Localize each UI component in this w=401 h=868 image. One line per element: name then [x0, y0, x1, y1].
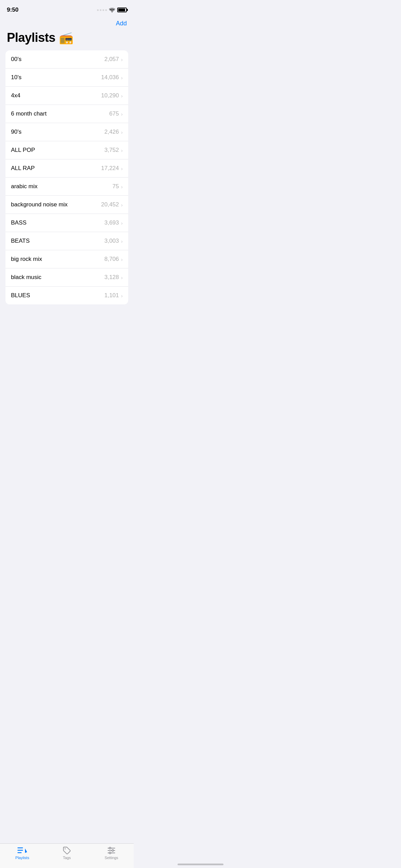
playlist-item-right: 17,224›: [101, 165, 123, 172]
playlist-item-right: 75›: [112, 183, 123, 190]
chevron-right-icon: ›: [121, 75, 123, 81]
playlist-name: arabic mix: [11, 183, 37, 190]
status-bar: 9:50: [0, 0, 134, 17]
chevron-right-icon: ›: [121, 256, 123, 262]
playlist-item-right: 10,290›: [101, 92, 123, 99]
chevron-right-icon: ›: [121, 293, 123, 299]
page-title-area: Playlists 📻: [0, 31, 134, 50]
playlist-item-right: 20,452›: [101, 201, 123, 208]
playlist-count: 14,036: [101, 74, 119, 81]
playlist-name: big rock mix: [11, 256, 42, 263]
playlist-name: BEATS: [11, 238, 29, 244]
playlist-item-right: 2,057›: [104, 56, 123, 63]
list-item[interactable]: ALL RAP17,224›: [5, 159, 128, 178]
playlist-item-right: 3,752›: [104, 147, 123, 154]
page-title: Playlists: [7, 31, 56, 45]
battery-icon: [117, 8, 127, 12]
list-item[interactable]: big rock mix8,706›: [5, 250, 128, 268]
chevron-right-icon: ›: [121, 166, 123, 171]
chevron-right-icon: ›: [121, 111, 123, 117]
playlist-item-right: 1,101›: [104, 292, 123, 299]
list-item[interactable]: 6 month chart675›: [5, 105, 128, 123]
playlist-count: 17,224: [101, 165, 119, 172]
chevron-right-icon: ›: [121, 202, 123, 208]
list-item[interactable]: BLUES1,101›: [5, 287, 128, 304]
playlist-item-right: 14,036›: [101, 74, 123, 81]
chevron-right-icon: ›: [121, 93, 123, 99]
playlist-count: 3,128: [104, 274, 119, 281]
playlist-count: 75: [112, 183, 119, 190]
playlist-count: 2,426: [104, 129, 119, 135]
list-item[interactable]: arabic mix75›: [5, 178, 128, 196]
playlist-count: 2,057: [104, 56, 119, 63]
chevron-right-icon: ›: [121, 220, 123, 226]
list-item[interactable]: 4x410,290›: [5, 87, 128, 105]
playlist-name: BASS: [11, 219, 26, 226]
playlist-name: ALL POP: [11, 147, 35, 154]
playlist-name: background noise mix: [11, 201, 68, 208]
playlist-item-right: 3,693›: [104, 219, 123, 226]
chevron-right-icon: ›: [121, 57, 123, 62]
chevron-right-icon: ›: [121, 129, 123, 135]
status-icons: [97, 8, 127, 12]
chevron-right-icon: ›: [121, 275, 123, 280]
playlist-item-right: 3,128›: [104, 274, 123, 281]
signal-icon: [97, 9, 107, 11]
playlist-item-right: 3,003›: [104, 238, 123, 244]
playlist-item-right: 675›: [109, 110, 123, 117]
list-item[interactable]: 10's14,036›: [5, 69, 128, 87]
add-button[interactable]: Add: [116, 20, 127, 27]
list-item[interactable]: black music3,128›: [5, 268, 128, 287]
content-scroll: 00's2,057›10's14,036›4x410,290›6 month c…: [0, 50, 134, 339]
playlist-name: 10's: [11, 74, 22, 81]
chevron-right-icon: ›: [121, 184, 123, 190]
playlist-name: 90's: [11, 129, 22, 135]
status-time: 9:50: [7, 7, 19, 13]
chevron-right-icon: ›: [121, 147, 123, 153]
playlist-name: 4x4: [11, 92, 20, 99]
add-button-container: Add: [0, 17, 134, 31]
list-item[interactable]: background noise mix20,452›: [5, 196, 128, 214]
playlist-name: 00's: [11, 56, 22, 63]
chevron-right-icon: ›: [121, 238, 123, 244]
playlist-count: 8,706: [104, 256, 119, 263]
playlist-name: 6 month chart: [11, 110, 47, 117]
wifi-icon: [109, 8, 115, 12]
playlist-name: ALL RAP: [11, 165, 35, 172]
list-item[interactable]: BEATS3,003›: [5, 232, 128, 250]
radio-emoji: 📻: [59, 31, 73, 45]
playlist-count: 3,003: [104, 238, 119, 244]
playlist-count: 3,752: [104, 147, 119, 154]
playlist-count: 675: [109, 110, 119, 117]
playlist-name: BLUES: [11, 292, 30, 299]
playlist-count: 10,290: [101, 92, 119, 99]
playlist-item-right: 2,426›: [104, 129, 123, 135]
playlist-count: 3,693: [104, 219, 119, 226]
list-item[interactable]: ALL POP3,752›: [5, 141, 128, 159]
playlist-name: black music: [11, 274, 41, 281]
list-item[interactable]: 90's2,426›: [5, 123, 128, 141]
playlist-item-right: 8,706›: [104, 256, 123, 263]
playlists-list: 00's2,057›10's14,036›4x410,290›6 month c…: [5, 50, 128, 304]
playlist-count: 1,101: [104, 292, 119, 299]
list-item[interactable]: 00's2,057›: [5, 50, 128, 69]
list-item[interactable]: BASS3,693›: [5, 214, 128, 232]
playlist-count: 20,452: [101, 201, 119, 208]
